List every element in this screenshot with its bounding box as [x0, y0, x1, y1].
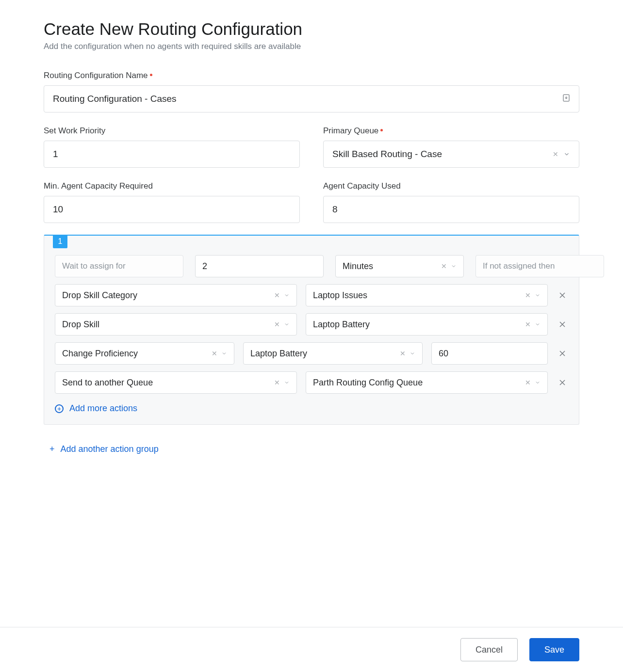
add-action-group-button[interactable]: + Add another action group	[49, 444, 159, 454]
input-helper-icon	[562, 94, 571, 104]
chevron-down-icon[interactable]	[535, 292, 541, 298]
primary-queue-select[interactable]: Skill Based Routing - Case ✕	[323, 141, 579, 168]
clear-icon[interactable]: ✕	[212, 350, 217, 357]
action-target-select[interactable]: Laptop Battery ✕	[306, 313, 548, 336]
routing-config-name-input[interactable]	[44, 85, 579, 112]
chevron-down-icon[interactable]	[221, 351, 227, 356]
plus-circle-icon: +	[49, 444, 55, 454]
capacity-used-input[interactable]	[323, 196, 579, 223]
chevron-down-icon[interactable]	[563, 151, 570, 158]
action-target-select[interactable]: Laptop Battery ✕	[243, 342, 423, 365]
required-indicator-icon	[150, 74, 152, 76]
action-type-select[interactable]: Send to another Queue ✕	[55, 371, 297, 394]
clear-icon[interactable]: ✕	[525, 292, 531, 299]
plus-circle-icon: +	[55, 404, 64, 413]
add-more-actions-button[interactable]: + Add more actions	[55, 403, 137, 414]
clear-icon[interactable]: ✕	[274, 321, 280, 328]
chevron-down-icon[interactable]	[535, 321, 541, 327]
chevron-down-icon[interactable]	[284, 380, 290, 385]
chevron-down-icon[interactable]	[410, 351, 415, 356]
action-type-select[interactable]: Drop Skill ✕	[55, 313, 297, 336]
wait-unit-select[interactable]: Minutes ✕	[335, 255, 464, 277]
set-work-priority-input[interactable]	[44, 141, 300, 168]
set-work-priority-label: Set Work Priority	[44, 126, 300, 136]
routing-config-name-label: Routing Configuration Name	[44, 71, 579, 80]
action-type-select[interactable]: Change Proficiency ✕	[55, 342, 234, 365]
remove-action-button[interactable]	[557, 349, 568, 358]
wait-value-input[interactable]	[195, 255, 324, 277]
action-type-select[interactable]: Drop Skill Category ✕	[55, 284, 297, 306]
remove-action-button[interactable]	[557, 320, 568, 329]
clear-icon[interactable]: ✕	[525, 321, 531, 328]
clear-icon[interactable]: ✕	[400, 350, 406, 357]
page-title: Create New Routing Configuration	[44, 19, 579, 39]
chevron-down-icon[interactable]	[535, 380, 541, 385]
chevron-down-icon[interactable]	[451, 263, 457, 269]
min-capacity-input[interactable]	[44, 196, 300, 223]
clear-icon[interactable]: ✕	[553, 151, 558, 158]
chevron-down-icon[interactable]	[284, 292, 290, 298]
wait-label-box: Wait to assign for	[55, 255, 183, 277]
remove-action-button[interactable]	[557, 290, 568, 300]
proficiency-value-input[interactable]	[431, 342, 548, 365]
page-subtitle: Add the configuration when no agents wit…	[44, 42, 579, 51]
primary-queue-label: Primary Queue	[323, 126, 579, 136]
clear-icon[interactable]: ✕	[441, 263, 447, 270]
remove-action-button[interactable]	[557, 378, 568, 387]
footer-bar: Cancel Save	[0, 627, 623, 672]
clear-icon[interactable]: ✕	[274, 292, 280, 299]
min-capacity-label: Min. Agent Capacity Required	[44, 181, 300, 191]
clear-icon[interactable]: ✕	[525, 379, 531, 386]
save-button[interactable]: Save	[529, 638, 579, 661]
action-target-select[interactable]: Laptop Issues ✕	[306, 284, 548, 306]
action-group: 1 Wait to assign for Minutes ✕	[44, 235, 579, 425]
chevron-down-icon[interactable]	[284, 321, 290, 327]
if-not-assigned-box: If not assigned then	[475, 255, 604, 277]
clear-icon[interactable]: ✕	[274, 379, 280, 386]
action-target-select[interactable]: Parth Routing Config Queue ✕	[306, 371, 548, 394]
cancel-button[interactable]: Cancel	[460, 638, 518, 661]
group-badge: 1	[53, 235, 67, 248]
required-indicator-icon	[380, 129, 383, 131]
capacity-used-label: Agent Capacity Used	[323, 181, 579, 191]
